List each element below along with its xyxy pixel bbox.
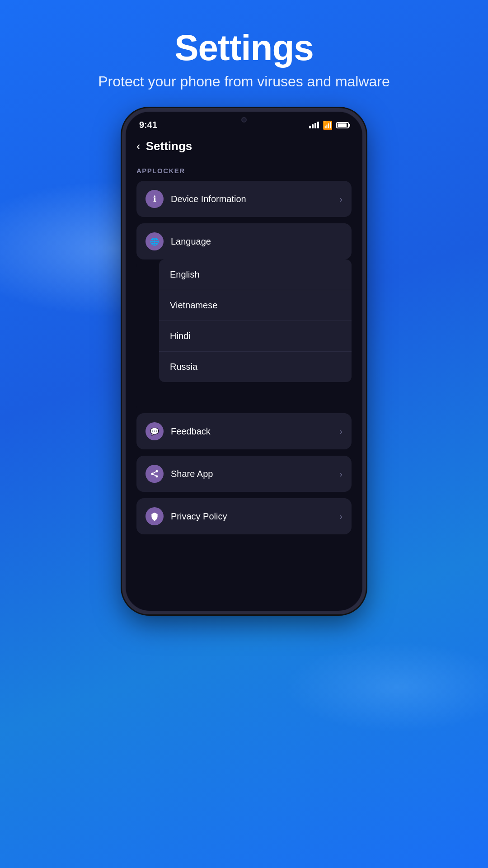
share-icon bbox=[150, 469, 159, 478]
privacy-policy-label: Privacy Policy bbox=[171, 511, 227, 522]
chevron-right-icon: › bbox=[339, 426, 343, 437]
wifi-icon: 📶 bbox=[323, 120, 333, 130]
dropdown-item-english[interactable]: English bbox=[159, 259, 352, 290]
language-icon: 🌐 bbox=[150, 237, 159, 246]
phone-screen: 9:41 📶 ‹ Settings bbox=[126, 112, 362, 611]
menu-item-left: 🌐 Language bbox=[145, 232, 211, 250]
signal-icon bbox=[309, 122, 319, 128]
nav-title: Settings bbox=[146, 139, 192, 153]
signal-bar-3 bbox=[314, 123, 316, 128]
menu-item-left: 💬 Feedback bbox=[145, 422, 211, 440]
camera-notch bbox=[241, 117, 247, 123]
svg-line-4 bbox=[153, 472, 156, 473]
status-bar: 9:41 📶 bbox=[126, 112, 362, 130]
dropdown-item-russia[interactable]: Russia bbox=[159, 352, 352, 382]
page-subtitle: Protect your phone from viruses and malw… bbox=[98, 73, 390, 90]
shield-icon bbox=[150, 512, 159, 521]
battery-icon bbox=[336, 122, 349, 128]
battery-fill bbox=[338, 123, 347, 127]
menu-item-left: ℹ Device Information bbox=[145, 190, 246, 208]
chevron-right-icon: › bbox=[339, 511, 343, 522]
chevron-right-icon: › bbox=[339, 469, 343, 479]
status-time: 9:41 bbox=[139, 120, 157, 130]
page-title: Settings bbox=[98, 27, 390, 69]
menu-item-left: Privacy Policy bbox=[145, 507, 227, 525]
privacy-icon-wrap bbox=[145, 507, 164, 525]
dropdown-item-vietnamese[interactable]: Vietnamese bbox=[159, 290, 352, 321]
device-info-icon-wrap: ℹ bbox=[145, 190, 164, 208]
signal-bar-2 bbox=[312, 124, 314, 128]
phone-frame: 9:41 📶 ‹ Settings bbox=[122, 108, 366, 614]
feedback-icon-wrap: 💬 bbox=[145, 422, 164, 440]
share-icon-wrap bbox=[145, 465, 164, 483]
menu-item-device-information[interactable]: ℹ Device Information › bbox=[136, 181, 352, 217]
device-information-label: Device Information bbox=[171, 194, 246, 204]
language-label: Language bbox=[171, 236, 211, 247]
header-section: Settings Protect your phone from viruses… bbox=[98, 0, 390, 108]
app-content: ‹ Settings APPLOCKER ℹ Device Informatio… bbox=[126, 130, 362, 611]
menu-item-language[interactable]: 🌐 Language bbox=[136, 223, 352, 259]
svg-point-2 bbox=[156, 475, 158, 477]
signal-bar-1 bbox=[309, 126, 311, 128]
section1-label: APPLOCKER bbox=[136, 167, 352, 175]
language-dropdown: English Vietnamese Hindi Russia bbox=[159, 259, 352, 382]
chevron-right-icon: › bbox=[339, 194, 343, 204]
back-button[interactable]: ‹ bbox=[136, 139, 141, 153]
menu-item-share-app[interactable]: Share App › bbox=[136, 456, 352, 492]
signal-bar-4 bbox=[317, 122, 319, 128]
menu-item-privacy-policy[interactable]: Privacy Policy › bbox=[136, 498, 352, 534]
feedback-icon: 💬 bbox=[150, 427, 159, 436]
menu-item-feedback[interactable]: 💬 Feedback › bbox=[136, 413, 352, 449]
svg-line-3 bbox=[153, 474, 156, 476]
language-icon-wrap: 🌐 bbox=[145, 232, 164, 250]
share-app-label: Share App bbox=[171, 469, 213, 479]
dropdown-item-hindi[interactable]: Hindi bbox=[159, 321, 352, 352]
menu-item-left: Share App bbox=[145, 465, 213, 483]
nav-bar: ‹ Settings bbox=[136, 139, 352, 153]
svg-point-1 bbox=[151, 473, 154, 475]
status-icons: 📶 bbox=[309, 120, 349, 130]
info-icon: ℹ bbox=[153, 194, 156, 204]
feedback-label: Feedback bbox=[171, 426, 211, 437]
svg-point-0 bbox=[156, 470, 158, 472]
